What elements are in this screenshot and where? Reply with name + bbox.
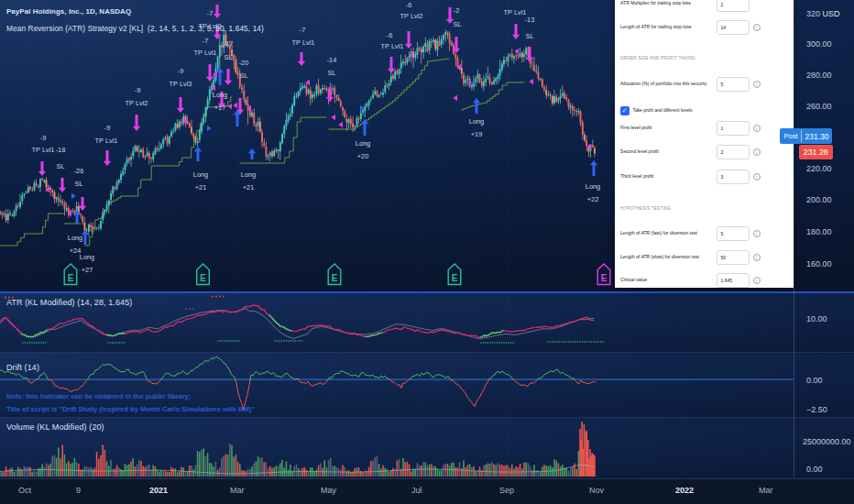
svg-text:TP Lvl2: TP Lvl2: [400, 12, 423, 20]
svg-text:-17: -17: [224, 39, 234, 48]
svg-text:Long: Long: [213, 91, 227, 99]
svg-text:-7: -7: [203, 37, 209, 45]
svg-text:Long: Long: [80, 253, 94, 261]
svg-text:SL: SL: [327, 69, 335, 77]
svg-text:Long: Long: [193, 170, 208, 179]
svg-text:+27: +27: [82, 266, 93, 274]
svg-text:+19: +19: [471, 130, 483, 138]
svg-text:TP Lvl1: TP Lvl1: [32, 146, 55, 154]
svg-text:-9: -9: [135, 86, 141, 94]
svg-text:-2: -2: [454, 6, 460, 15]
svg-text:-20: -20: [239, 59, 249, 67]
svg-text:SL: SL: [224, 53, 232, 61]
svg-text:SL: SL: [56, 162, 64, 170]
svg-text:Long: Long: [241, 170, 256, 179]
svg-text:SL: SL: [453, 20, 461, 28]
svg-text:+21: +21: [195, 183, 207, 192]
svg-text:Long: Long: [68, 234, 82, 242]
svg-text:E: E: [68, 273, 74, 283]
svg-text:-7: -7: [300, 26, 306, 34]
svg-text:Long: Long: [469, 117, 484, 126]
svg-text:SL: SL: [525, 32, 533, 40]
svg-text:TP Lvl1: TP Lvl1: [95, 137, 118, 145]
svg-text:-6: -6: [406, 1, 412, 9]
svg-text:-13: -13: [525, 16, 535, 24]
svg-text:SL: SL: [239, 71, 247, 80]
svg-text:-6: -6: [387, 31, 393, 39]
svg-text:Long: Long: [586, 182, 600, 191]
svg-text:E: E: [332, 273, 338, 283]
svg-text:TP Lvl1: TP Lvl1: [504, 8, 527, 16]
svg-text:-18: -18: [56, 146, 66, 154]
svg-text:SL: SL: [74, 180, 82, 188]
svg-text:+22: +22: [587, 195, 599, 203]
svg-text:-9: -9: [40, 134, 47, 142]
svg-text:TP Lvl1: TP Lvl1: [292, 38, 315, 47]
svg-text:+21: +21: [243, 183, 255, 192]
svg-text:-14: -14: [327, 56, 337, 64]
svg-text:TP Lvl3: TP Lvl3: [170, 80, 192, 88]
svg-text:TP Lvl2: TP Lvl2: [126, 99, 148, 107]
svg-text:E: E: [452, 273, 458, 283]
svg-text:E: E: [601, 273, 608, 283]
svg-text:+17: +17: [214, 104, 226, 112]
svg-text:+20: +20: [357, 152, 369, 160]
svg-text:TP Lvl1: TP Lvl1: [194, 49, 217, 57]
svg-text:-9: -9: [178, 67, 184, 75]
svg-text:-9: -9: [104, 124, 111, 132]
svg-text:-7: -7: [207, 9, 214, 17]
svg-text:E: E: [200, 273, 206, 283]
svg-text:TP Lvl1: TP Lvl1: [381, 42, 404, 50]
svg-text:-26: -26: [74, 167, 84, 175]
svg-text:Long: Long: [356, 139, 370, 148]
